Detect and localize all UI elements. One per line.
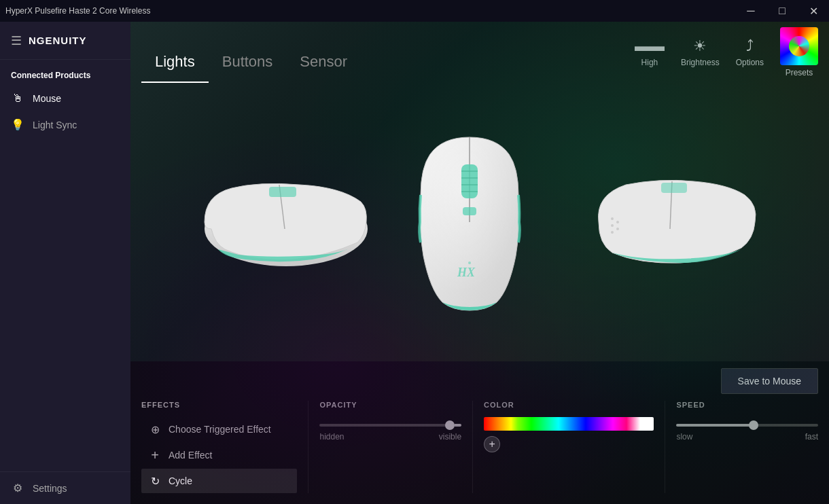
- sidebar-mouse-label: Mouse: [33, 93, 61, 104]
- mouse-icon: 🖱: [11, 92, 24, 105]
- color-title: COLOR: [484, 401, 654, 409]
- lightsync-icon: 💡: [11, 118, 24, 131]
- svg-rect-13: [661, 183, 687, 193]
- minimize-button[interactable]: ─: [735, 0, 766, 22]
- effects-title: EFFECTS: [141, 401, 297, 409]
- bottom-panel: Save to Mouse EFFECTS ⊕ Choose Triggered…: [130, 361, 829, 504]
- topbar: Lights Buttons Sensor ▬▬ High ☀ Brightne…: [130, 22, 829, 83]
- close-button[interactable]: ✕: [798, 0, 829, 22]
- opacity-title: OPACITY: [319, 401, 461, 409]
- maximize-button[interactable]: □: [766, 0, 798, 22]
- mouse-top-svg: HX: [408, 127, 531, 317]
- settings-label: Settings: [33, 483, 67, 494]
- color-bar[interactable]: [484, 417, 654, 431]
- sidebar-item-mouse[interactable]: 🖱 Mouse: [0, 86, 130, 111]
- save-row: Save to Mouse: [141, 361, 818, 401]
- mouse-left-svg: [191, 168, 381, 276]
- mouse-right-view: [571, 168, 769, 276]
- controls-row: EFFECTS ⊕ Choose Triggered Effect + Add …: [141, 401, 818, 493]
- add-color-button[interactable]: +: [484, 436, 500, 452]
- titlebar-controls: ─ □ ✕: [735, 0, 829, 22]
- svg-point-11: [468, 262, 471, 264]
- mouse-right-svg: [571, 168, 769, 276]
- tab-sensor[interactable]: Sensor: [286, 53, 361, 83]
- svg-point-18: [616, 228, 619, 230]
- high-action[interactable]: ▬▬ High: [635, 37, 665, 67]
- svg-point-14: [611, 217, 614, 220]
- color-stops: +: [484, 436, 654, 452]
- sidebar-lightsync-label: Light Sync: [33, 120, 77, 130]
- opacity-label-right: visible: [439, 432, 461, 442]
- mouse-display: HX: [130, 83, 829, 361]
- speed-title: SPEED: [676, 401, 818, 409]
- battery-icon: ▬▬: [635, 37, 665, 55]
- svg-rect-4: [461, 164, 478, 198]
- choose-triggered-icon: ⊕: [148, 422, 162, 436]
- effects-section: EFFECTS ⊕ Choose Triggered Effect + Add …: [141, 401, 308, 493]
- high-label: High: [641, 58, 658, 67]
- sidebar-item-lightsync[interactable]: 💡 Light Sync: [0, 111, 130, 138]
- svg-point-15: [611, 224, 614, 227]
- presets-action[interactable]: Presets: [780, 27, 818, 77]
- mouse-top-view: HX: [408, 127, 544, 317]
- cycle-item[interactable]: ↻ Cycle: [141, 469, 297, 493]
- mouse-left-view: [191, 168, 381, 276]
- main-content: Lights Buttons Sensor ▬▬ High ☀ Brightne…: [130, 22, 829, 504]
- preset-thumbnail[interactable]: [780, 27, 818, 65]
- brightness-action[interactable]: ☀ Brightness: [681, 37, 720, 67]
- color-section: COLOR +: [473, 401, 665, 493]
- options-label: Options: [736, 58, 764, 67]
- sidebar: ☰ NGENUITY Connected Products 🖱 Mouse 💡 …: [0, 22, 130, 504]
- effects-list: ⊕ Choose Triggered Effect + Add Effect ↻…: [141, 417, 297, 493]
- topbar-right: ▬▬ High ☀ Brightness ⤴ Options Presets: [635, 27, 818, 77]
- add-effect-label: Add Effect: [169, 450, 212, 461]
- svg-point-17: [616, 221, 619, 223]
- choose-triggered-item[interactable]: ⊕ Choose Triggered Effect: [141, 417, 297, 442]
- add-effect-icon: +: [148, 448, 162, 462]
- options-icon: ⤴: [746, 37, 754, 55]
- speed-label-left: slow: [676, 432, 692, 442]
- options-action[interactable]: ⤴ Options: [736, 37, 764, 67]
- preset-thumbnail-inner: [789, 36, 809, 56]
- tabs: Lights Buttons Sensor: [141, 22, 361, 83]
- opacity-slider[interactable]: [319, 424, 461, 427]
- save-to-mouse-button[interactable]: Save to Mouse: [721, 368, 818, 394]
- brightness-icon: ☀: [693, 37, 707, 55]
- tab-lights[interactable]: Lights: [141, 53, 209, 83]
- speed-section: SPEED slow fast: [665, 401, 818, 493]
- connected-products-label: Connected Products: [0, 60, 130, 86]
- choose-triggered-label: Choose Triggered Effect: [169, 424, 271, 435]
- sidebar-header: ☰ NGENUITY: [0, 22, 130, 60]
- titlebar-title: HyperX Pulsefire Haste 2 Core Wireless: [5, 6, 150, 16]
- svg-rect-2: [269, 187, 296, 197]
- settings-icon: ⚙: [11, 482, 24, 494]
- brightness-label: Brightness: [681, 58, 720, 67]
- svg-text:HX: HX: [457, 266, 476, 279]
- app-body: ☰ NGENUITY Connected Products 🖱 Mouse 💡 …: [0, 22, 829, 504]
- settings-item[interactable]: ⚙ Settings: [0, 471, 130, 504]
- speed-slider[interactable]: [676, 424, 818, 427]
- tab-buttons[interactable]: Buttons: [209, 53, 287, 83]
- add-effect-item[interactable]: + Add Effect: [141, 443, 297, 467]
- hamburger-icon[interactable]: ☰: [11, 33, 22, 48]
- speed-labels: slow fast: [676, 432, 818, 442]
- speed-label-right: fast: [805, 432, 818, 442]
- svg-rect-9: [463, 207, 476, 215]
- opacity-label-left: hidden: [319, 432, 344, 442]
- opacity-section: OPACITY hidden visible: [308, 401, 473, 493]
- brand-name: NGENUITY: [29, 35, 87, 46]
- cycle-icon: ↻: [148, 474, 162, 488]
- svg-point-16: [611, 231, 614, 234]
- presets-label: Presets: [786, 68, 813, 77]
- titlebar: HyperX Pulsefire Haste 2 Core Wireless ─…: [0, 0, 829, 22]
- opacity-labels: hidden visible: [319, 432, 461, 442]
- cycle-label: Cycle: [169, 475, 192, 486]
